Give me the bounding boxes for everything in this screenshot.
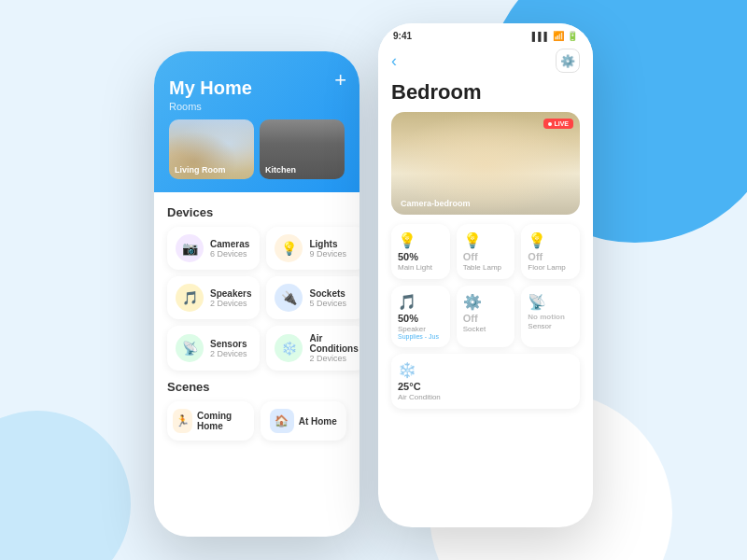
wifi-icon: 📶 bbox=[553, 31, 564, 41]
camera-label: Camera-bedroom bbox=[401, 199, 471, 208]
right-phone: 9:41 ▌▌▌ 📶 🔋 ‹ ⚙️ Bedroom LIVE Camera-be… bbox=[378, 23, 593, 527]
live-badge: LIVE bbox=[543, 119, 573, 129]
devices-grid: 📷 Cameras 6 Devices 💡 Lights 9 Devices bbox=[167, 227, 346, 371]
left-phone-content: Devices 📷 Cameras 6 Devices 💡 Lights 9 D… bbox=[154, 192, 359, 528]
room-card-kitchen[interactable]: Kitchen bbox=[260, 119, 345, 179]
top-nav: ‹ ⚙️ bbox=[378, 45, 593, 80]
device-card-sockets[interactable]: 🔌 Sockets 5 Devices bbox=[266, 276, 359, 319]
air-icon: ❄️ bbox=[275, 334, 303, 362]
at-home-label: At Home bbox=[299, 416, 337, 427]
device-controls: 💡 50% Main Light 💡 Off Table Lamp 💡 Off … bbox=[378, 224, 593, 409]
phone-header: + My Home Rooms Living Room Kitchen bbox=[154, 51, 359, 192]
sockets-info: Sockets 5 Devices bbox=[309, 288, 346, 308]
signal-icon: ▌▌▌ bbox=[532, 32, 550, 41]
living-room-label: Living Room bbox=[175, 165, 226, 175]
scenes-section-title: Scenes bbox=[167, 380, 346, 394]
control-speaker[interactable]: 🎵 50% Speaker Supplies - Jus bbox=[391, 286, 450, 347]
speakers-icon: 🎵 bbox=[176, 284, 204, 312]
device-card-lights[interactable]: 💡 Lights 9 Devices bbox=[266, 227, 359, 270]
rooms-row: Living Room Kitchen bbox=[169, 119, 345, 179]
table-lamp-icon: 💡 bbox=[463, 231, 509, 249]
control-socket[interactable]: ⚙️ Off Socket bbox=[457, 286, 515, 347]
air-info: Air Conditions 2 Devices bbox=[309, 333, 358, 363]
air-condition-icon: ❄️ bbox=[398, 361, 573, 379]
device-card-air[interactable]: ❄️ Air Conditions 2 Devices bbox=[266, 326, 359, 371]
left-phone: + My Home Rooms Living Room Kitchen bbox=[154, 51, 359, 537]
sensor-icon: 📡 bbox=[528, 293, 573, 311]
room-card-living[interactable]: Living Room bbox=[169, 119, 254, 179]
lights-icon: 💡 bbox=[275, 234, 303, 262]
coming-home-label: Coming Home bbox=[197, 411, 248, 431]
kitchen-label: Kitchen bbox=[265, 165, 296, 175]
control-air-condition[interactable]: ❄️ 25°C Air Condition bbox=[391, 354, 580, 409]
status-icons: ▌▌▌ 📶 🔋 bbox=[532, 31, 578, 41]
control-floor-lamp[interactable]: 💡 Off Floor Lamp bbox=[521, 224, 580, 279]
scene-at-home[interactable]: 🏠 At Home bbox=[261, 401, 347, 441]
main-light-icon: 💡 bbox=[398, 231, 444, 249]
sensors-icon: 📡 bbox=[176, 334, 204, 362]
controls-row-2: 🎵 50% Speaker Supplies - Jus ⚙️ Off Sock… bbox=[391, 286, 580, 347]
control-sensor[interactable]: 📡 No motion Sensor bbox=[521, 286, 580, 347]
camera-card[interactable]: LIVE Camera-bedroom bbox=[391, 112, 580, 215]
controls-row-1: 💡 50% Main Light 💡 Off Table Lamp 💡 Off … bbox=[391, 224, 580, 279]
controls-row-3: ❄️ 25°C Air Condition bbox=[391, 354, 580, 409]
lights-info: Lights 9 Devices bbox=[309, 239, 346, 259]
device-card-sensors[interactable]: 📡 Sensors 2 Devices bbox=[167, 326, 260, 371]
control-table-lamp[interactable]: 💡 Off Table Lamp bbox=[457, 224, 515, 279]
back-button[interactable]: ‹ bbox=[391, 51, 397, 71]
battery-icon: 🔋 bbox=[567, 31, 578, 41]
room-title: Bedroom bbox=[378, 80, 593, 112]
status-bar: 9:41 ▌▌▌ 📶 🔋 bbox=[378, 23, 593, 45]
device-card-speakers[interactable]: 🎵 Speakers 2 Devices bbox=[167, 276, 260, 319]
control-main-light[interactable]: 💡 50% Main Light bbox=[391, 224, 450, 279]
cameras-icon: 📷 bbox=[176, 234, 204, 262]
settings-button[interactable]: ⚙️ bbox=[556, 49, 580, 73]
scene-coming-home[interactable]: 🏃 Coming Home bbox=[167, 401, 254, 441]
coming-home-icon: 🏃 bbox=[173, 409, 192, 433]
scenes-row: 🏃 Coming Home 🏠 At Home bbox=[167, 401, 346, 441]
home-title: My Home bbox=[169, 77, 345, 99]
phones-container: + My Home Rooms Living Room Kitchen bbox=[0, 0, 747, 560]
add-button[interactable]: + bbox=[334, 68, 346, 92]
socket-icon: ⚙️ bbox=[463, 293, 509, 311]
live-dot bbox=[548, 122, 552, 126]
floor-lamp-icon: 💡 bbox=[528, 231, 573, 249]
at-home-icon: 🏠 bbox=[270, 409, 294, 433]
status-time: 9:41 bbox=[393, 31, 412, 41]
device-card-cameras[interactable]: 📷 Cameras 6 Devices bbox=[167, 227, 260, 270]
devices-section-title: Devices bbox=[167, 205, 346, 219]
rooms-label: Rooms bbox=[169, 101, 345, 112]
cameras-info: Cameras 6 Devices bbox=[210, 239, 249, 259]
sensors-info: Sensors 2 Devices bbox=[210, 339, 247, 358]
sockets-icon: 🔌 bbox=[275, 284, 303, 312]
speakers-info: Speakers 2 Devices bbox=[210, 288, 251, 308]
speaker-icon: 🎵 bbox=[398, 293, 444, 311]
